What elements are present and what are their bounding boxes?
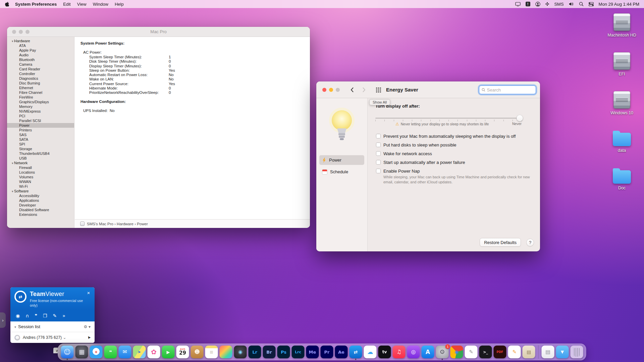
sysinfo-sidebar-row[interactable]: Locations [7, 170, 74, 175]
dock-item-adobe-lightroom[interactable]: Lr [248, 346, 262, 358]
dock-icon[interactable]: ✎ [508, 346, 521, 358]
desktop-icon-data[interactable]: data [602, 130, 642, 153]
dock-icon[interactable]: ▤ [542, 346, 554, 358]
energy-checkbox-row[interactable]: Prevent your Mac from automatically slee… [376, 132, 516, 140]
menu-bar-clock[interactable]: Mon 29 Aug 1:44 PM [599, 2, 639, 7]
sysinfo-sidebar-row[interactable]: Developer [7, 203, 74, 207]
sysinfo-sidebar-row[interactable]: Volumes [7, 175, 74, 179]
volume-icon-image[interactable] [613, 52, 630, 70]
dock-icon[interactable]: ☺ [61, 346, 74, 358]
dock-icon[interactable]: Lr [249, 346, 261, 358]
dock-item-music[interactable]: ♫ [392, 346, 406, 358]
sysinfo-sidebar-row[interactable]: Wi-Fi [7, 184, 74, 189]
energy-checkbox-row[interactable]: Put hard disks to sleep when possible [376, 140, 516, 149]
dock-item-photos[interactable]: ✿ [147, 346, 161, 358]
energy-checkbox-row[interactable]: Wake for network access [376, 149, 516, 158]
sysinfo-sidebar-row[interactable]: Accessibility [7, 193, 74, 198]
zoom-button[interactable] [25, 30, 30, 34]
tv-tool-video[interactable]: ◉ [16, 313, 20, 318]
sysinfo-sidebar-row[interactable]: SATA [7, 137, 74, 142]
dock-icon[interactable] [220, 346, 232, 358]
dock-item-maps[interactable]: ➤ [133, 346, 146, 358]
dock-item-app-store[interactable]: A [421, 346, 435, 358]
search-field[interactable] [479, 85, 536, 94]
sysinfo-sidebar-row[interactable]: Disabled Software [7, 207, 74, 212]
dock-item-teamviewer[interactable]: ⇄ [349, 346, 363, 358]
dock-icon[interactable]: Br [263, 346, 276, 358]
sysinfo-sidebar-row[interactable]: Parallel SCSI [7, 118, 74, 123]
dock-icon[interactable]: Ae [335, 346, 348, 358]
menu-edit[interactable]: Edit [63, 2, 70, 7]
sysinfo-sidebar-row[interactable]: Memory [7, 104, 74, 109]
dock-icon[interactable]: ▶ [162, 346, 175, 358]
app-menu-title[interactable]: System Preferences [15, 2, 57, 7]
sysinfo-sidebar-row[interactable]: Disc Burning [7, 81, 74, 85]
sysinfo-sidebar-row[interactable]: Applications [7, 198, 74, 203]
sysinfo-sidebar-row[interactable]: FireWire [7, 95, 74, 100]
fan-icon[interactable]: ✣ [545, 1, 549, 7]
volume-icon-image[interactable] [613, 13, 630, 31]
sysinfo-sidebar-row[interactable]: Storage [7, 146, 74, 151]
dock-icon[interactable]: Pr [321, 346, 333, 358]
close-button[interactable] [12, 30, 16, 34]
sysinfo-sidebar-row[interactable]: Fibre Channel [7, 90, 74, 95]
dock-item-apple-tv[interactable]: tv [378, 346, 391, 358]
menu-window[interactable]: Window [93, 2, 108, 7]
dock-item-adobe-lightroom-classic[interactable]: Lrc [291, 346, 305, 358]
dock-icon[interactable]: ◉ [234, 346, 247, 358]
sysinfo-sidebar-row[interactable]: Apple Pay [7, 48, 74, 53]
dock-icon[interactable]: >_ [479, 346, 492, 358]
checkbox[interactable] [376, 134, 381, 138]
sysinfo-sidebar-row[interactable]: Bluetooth [7, 57, 74, 62]
dock-item-freeform[interactable] [219, 346, 233, 358]
close-button[interactable] [322, 88, 326, 92]
dock-item-downloads-folder[interactable]: ▼ [556, 346, 569, 358]
dock-icon[interactable] [571, 346, 583, 358]
sysinfo-sidebar-row[interactable]: NVMExpress [7, 109, 74, 114]
dock-item-safari[interactable]: ✶ [90, 346, 103, 358]
dock-icon[interactable]: ☁ [364, 346, 377, 358]
dock-icon[interactable]: ⇄ [350, 346, 362, 358]
tv-tool-clipboard[interactable]: ❐ [43, 313, 47, 318]
dock-item-google-chrome[interactable]: ◉ [450, 346, 464, 358]
dock-icon[interactable]: ≡ [205, 346, 218, 358]
dock-icon[interactable]: ◉ [450, 346, 463, 358]
dock-item-pages[interactable]: ✎ [508, 346, 521, 358]
sysinfo-sidebar-row[interactable]: Firewall [7, 165, 74, 170]
dock-icon[interactable]: ▦ [75, 346, 88, 358]
dock-item-photo-booth[interactable]: ◉ [234, 346, 247, 358]
sysinfo-sidebar-row[interactable]: ATA [7, 43, 74, 48]
tv-tool-headset[interactable]: ∩ [25, 313, 29, 318]
dock-item-mail[interactable]: ✉ [118, 346, 132, 358]
dock-icon[interactable]: Ps [277, 346, 290, 358]
dock-item-podcasts[interactable]: ◎ [407, 346, 420, 358]
dock-item-launchpad[interactable]: ▦ [75, 346, 89, 358]
sysinfo-sidebar-row[interactable]: Extensions [7, 212, 74, 217]
sysinfo-titlebar[interactable]: Mac Pro [7, 27, 310, 37]
slider-track[interactable] [375, 118, 522, 119]
dock-item-adobe-acrobat[interactable]: PDF [493, 346, 507, 358]
chevron-down-icon[interactable] [14, 324, 16, 329]
dock-icon[interactable]: ▼ [556, 346, 569, 358]
desktop-icon-machintosh-hd[interactable]: Machintosh HD [602, 13, 642, 38]
help-button[interactable]: ? [526, 239, 534, 246]
back-button[interactable] [348, 86, 356, 94]
energy-saver-toolbar[interactable]: Energy Saver [316, 81, 540, 98]
sysinfo-sidebar-row[interactable]: Printers [7, 128, 74, 132]
apple-menu-icon[interactable] [5, 1, 9, 7]
dock-icon[interactable]: ▤ [523, 346, 535, 358]
sysinfo-sidebar-row[interactable]: Diagnostics [7, 76, 74, 81]
dock-item-terminal[interactable]: >_ [479, 346, 492, 358]
session-list-row[interactable]: Session list [10, 321, 95, 332]
dock-item-trash[interactable] [570, 346, 584, 358]
dock-icon[interactable]: ♫ [393, 346, 406, 358]
dock-item-documents-stack[interactable]: ▤ [541, 346, 555, 358]
volume-icon-image[interactable] [613, 133, 631, 146]
checkbox[interactable] [376, 169, 381, 173]
sysinfo-sidebar-row[interactable]: Ethernet [7, 85, 74, 90]
dock-icon[interactable]: tv [378, 346, 391, 358]
desktop-icon-doc[interactable]: Doc [602, 168, 642, 190]
display-sleep-slider[interactable] [375, 115, 522, 122]
checkbox[interactable] [376, 151, 381, 156]
dock-item-adobe-premiere-pro[interactable]: Pr [320, 346, 334, 358]
